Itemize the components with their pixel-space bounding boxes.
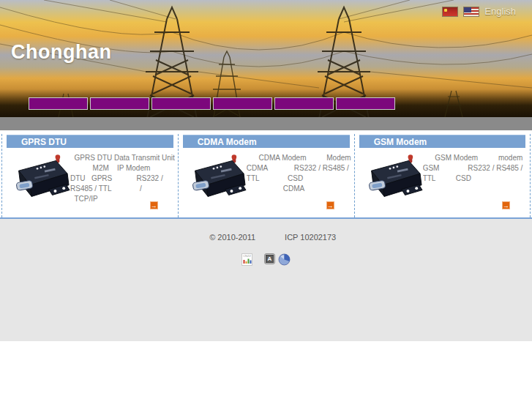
subnav-bar (0, 117, 532, 130)
flag-star (444, 9, 447, 12)
product-description-line: GSM Modem modem (423, 153, 527, 163)
more-arrow-button[interactable]: → (326, 201, 334, 209)
product-description: CDMA Modem ModemCDMA RS232 / RS485 /TTL … (247, 152, 354, 203)
product-panel-cdma-modem: CDMA Modem CDMA Modem (178, 134, 354, 217)
page: Chonghan English GPRS DTU (0, 0, 532, 399)
product-panel-title: CDMA Modem (183, 135, 350, 148)
nav-button[interactable] (336, 97, 395, 110)
page-footer: © 2010-2011ICP 10202173 CNZZ A (0, 219, 532, 341)
footer-badges: CNZZ A (0, 253, 532, 266)
nav-button[interactable] (274, 97, 334, 110)
us-flag-icon[interactable] (463, 7, 479, 17)
nav-button[interactable] (151, 97, 211, 110)
badge-a-label: A (266, 255, 274, 263)
cnzz-stats-icon[interactable]: CNZZ (241, 253, 252, 266)
english-language-link[interactable]: English (484, 6, 516, 17)
product-description: GPRS DTU Data Transmit Unit M2M IP Modem… (70, 152, 178, 204)
product-panel-gsm-modem: GSM Modem GSM Modem (354, 134, 531, 217)
more-arrow-button[interactable]: → (150, 201, 158, 209)
letter-a-badge-icon[interactable]: A (264, 253, 275, 264)
modem-product-image[interactable] (6, 152, 70, 203)
site-logo[interactable]: Chonghan (11, 41, 111, 64)
nav-button[interactable] (213, 97, 272, 110)
product-panel-body: CDMA Modem ModemCDMA RS232 / RS485 /TTL … (179, 148, 354, 203)
copyright-text: © 2010-2011 (209, 233, 255, 242)
modem-product-image[interactable] (182, 152, 247, 203)
more-arrow-button[interactable]: → (502, 201, 510, 209)
footer-text: © 2010-2011ICP 10202173 (0, 224, 532, 250)
product-panel-body: GSM Modem modemGSM RS232 / RS485 /TTL CS… (355, 148, 530, 203)
svg-text:CNZZ: CNZZ (243, 254, 251, 258)
product-panel-body: GPRS DTU Data Transmit Unit M2M IP Modem… (2, 148, 178, 204)
pie-stats-icon[interactable] (278, 253, 291, 266)
product-description-line: CDMA Modem Modem (247, 153, 351, 163)
product-panel-title: GPRS DTU (7, 135, 173, 148)
product-panel-gprs-dtu: GPRS DTU GPRS DTU Data Transmit U (1, 134, 178, 217)
product-description-line: CDMA RS232 / RS485 / (247, 163, 351, 174)
product-description-line: DTU GPRS RS232 / (70, 174, 175, 184)
products-section: GPRS DTU GPRS DTU Data Transmit U (1, 134, 531, 217)
product-description-line: TTL CSD (247, 174, 351, 184)
nav-button[interactable] (90, 97, 149, 110)
product-description-line: TCP/IP (70, 194, 175, 204)
product-description-line: GPRS DTU Data Transmit Unit (70, 153, 175, 163)
language-switcher: English (442, 6, 516, 17)
header-banner: Chonghan English (0, 0, 532, 117)
nav-button[interactable] (29, 97, 88, 110)
product-description-line: GSM RS232 / RS485 / (423, 163, 527, 174)
modem-product-image[interactable] (359, 152, 423, 203)
flag-canton (464, 7, 471, 12)
product-panel-title: GSM Modem (359, 135, 525, 148)
main-nav (29, 97, 395, 110)
product-description: GSM Modem modemGSM RS232 / RS485 /TTL CS… (423, 152, 530, 203)
product-description-line: RS485 / TTL / (70, 184, 175, 194)
icp-number: ICP 10202173 (285, 233, 336, 242)
product-description-line: CDMA (247, 184, 351, 194)
chinese-flag-icon[interactable] (442, 7, 458, 17)
product-description-line: TTL CSD (423, 174, 527, 184)
product-description-line: M2M IP Modem (70, 163, 175, 174)
